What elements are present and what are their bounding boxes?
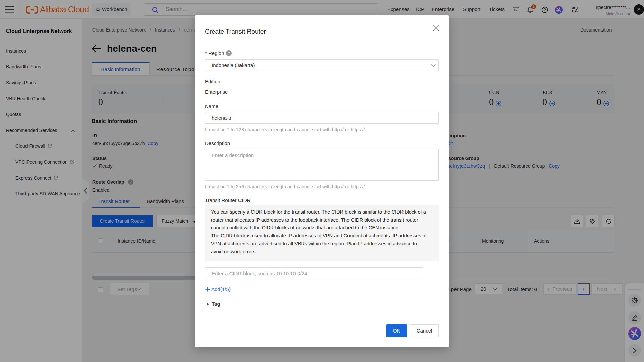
svg-text:?: ? bbox=[228, 51, 230, 55]
